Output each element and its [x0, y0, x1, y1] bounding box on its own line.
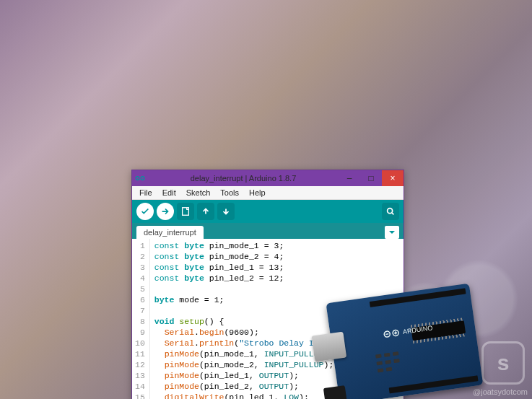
- line-number-gutter: 123456789101112131415161718: [132, 239, 150, 399]
- menubar: File Edit Sketch Tools Help: [132, 186, 404, 200]
- tabstrip: delay_interrupt: [132, 223, 404, 239]
- line-number: 4: [135, 273, 145, 284]
- code-line[interactable]: const byte pin_led_1 = 13;: [154, 262, 399, 273]
- verify-button[interactable]: [136, 203, 154, 220]
- svg-point-1: [141, 177, 144, 180]
- line-number: 13: [135, 370, 145, 381]
- titlebar[interactable]: delay_interrupt | Arduino 1.8.7 – □ ×: [132, 170, 404, 186]
- save-sketch-button[interactable]: [217, 203, 235, 220]
- code-line[interactable]: const byte pin_mode_2 = 4;: [154, 251, 399, 262]
- line-number: 1: [135, 240, 145, 251]
- menu-help[interactable]: Help: [245, 187, 270, 198]
- line-number: 15: [135, 392, 145, 399]
- line-number: 5: [135, 284, 145, 294]
- window-title: delay_interrupt | Arduino 1.8.7: [148, 174, 339, 183]
- tab-dropdown-button[interactable]: [385, 226, 399, 239]
- svg-rect-2: [183, 208, 189, 216]
- code-line[interactable]: const byte pin_led_2 = 12;: [154, 273, 399, 284]
- toolbar: [132, 200, 404, 223]
- watermark-logo: s: [481, 341, 525, 385]
- svg-point-0: [136, 177, 139, 180]
- arduino-logo-icon: [132, 173, 148, 183]
- menu-file[interactable]: File: [135, 187, 157, 198]
- line-number: 12: [135, 359, 145, 370]
- upload-button[interactable]: [157, 203, 174, 220]
- svg-point-3: [388, 209, 393, 214]
- code-line[interactable]: const byte pin_mode_1 = 3;: [154, 240, 399, 251]
- minimize-button[interactable]: –: [339, 170, 360, 186]
- watermark-text: @joatsydotcom: [473, 387, 528, 396]
- menu-tools[interactable]: Tools: [216, 187, 243, 198]
- close-button[interactable]: ×: [382, 170, 404, 186]
- line-number: 10: [135, 338, 145, 348]
- tab-delay-interrupt[interactable]: delay_interrupt: [136, 226, 204, 239]
- menu-edit[interactable]: Edit: [158, 187, 180, 198]
- line-number: 7: [135, 305, 145, 316]
- svg-line-6: [385, 334, 388, 335]
- maximize-button[interactable]: □: [360, 170, 382, 186]
- serial-monitor-button[interactable]: [382, 203, 399, 220]
- line-number: 8: [135, 316, 145, 327]
- line-number: 11: [135, 348, 145, 359]
- new-sketch-button[interactable]: [177, 203, 194, 220]
- line-number: 9: [135, 327, 145, 338]
- open-sketch-button[interactable]: [197, 203, 214, 220]
- menu-sketch[interactable]: Sketch: [182, 187, 215, 198]
- line-number: 6: [135, 294, 145, 305]
- line-number: 3: [135, 262, 145, 273]
- line-number: 2: [135, 251, 145, 262]
- svg-line-8: [396, 331, 396, 334]
- line-number: 14: [135, 381, 145, 392]
